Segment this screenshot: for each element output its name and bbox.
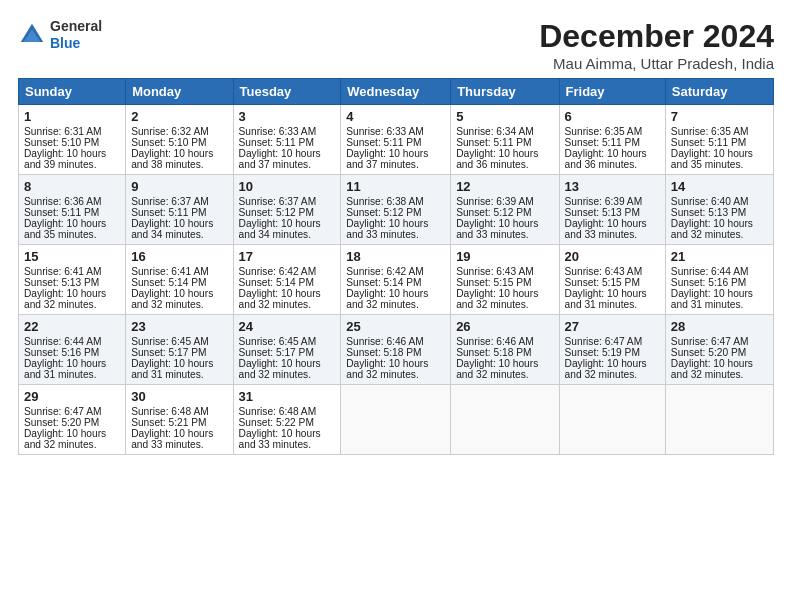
- table-row: 3Sunrise: 6:33 AMSunset: 5:11 PMDaylight…: [233, 105, 341, 175]
- table-row: 22Sunrise: 6:44 AMSunset: 5:16 PMDayligh…: [19, 315, 126, 385]
- sunset-label: Sunset: 5:10 PM: [24, 137, 99, 148]
- sunrise-label: Sunrise: 6:42 AM: [346, 266, 424, 277]
- sunrise-label: Sunrise: 6:43 AM: [456, 266, 534, 277]
- day-number: 3: [239, 109, 336, 124]
- daylight-minutes: and 34 minutes.: [239, 229, 312, 240]
- daylight-minutes: and 33 minutes.: [565, 229, 638, 240]
- day-number: 23: [131, 319, 227, 334]
- daylight-minutes: and 31 minutes.: [565, 299, 638, 310]
- calendar: Sunday Monday Tuesday Wednesday Thursday…: [18, 78, 774, 455]
- col-saturday: Saturday: [665, 79, 773, 105]
- daylight-label: Daylight: 10 hours: [671, 358, 753, 369]
- table-row: 5Sunrise: 6:34 AMSunset: 5:11 PMDaylight…: [451, 105, 559, 175]
- col-monday: Monday: [126, 79, 233, 105]
- sunset-label: Sunset: 5:12 PM: [239, 207, 314, 218]
- sunset-label: Sunset: 5:22 PM: [239, 417, 314, 428]
- daylight-label: Daylight: 10 hours: [456, 148, 538, 159]
- sunset-label: Sunset: 5:14 PM: [239, 277, 314, 288]
- calendar-week-row: 15Sunrise: 6:41 AMSunset: 5:13 PMDayligh…: [19, 245, 774, 315]
- day-number: 20: [565, 249, 660, 264]
- sunrise-label: Sunrise: 6:45 AM: [131, 336, 209, 347]
- sunset-label: Sunset: 5:14 PM: [131, 277, 206, 288]
- sunset-label: Sunset: 5:18 PM: [346, 347, 421, 358]
- sunrise-label: Sunrise: 6:41 AM: [24, 266, 102, 277]
- table-row: 13Sunrise: 6:39 AMSunset: 5:13 PMDayligh…: [559, 175, 665, 245]
- col-tuesday: Tuesday: [233, 79, 341, 105]
- sunrise-label: Sunrise: 6:37 AM: [131, 196, 209, 207]
- daylight-minutes: and 35 minutes.: [24, 229, 97, 240]
- sunrise-label: Sunrise: 6:34 AM: [456, 126, 534, 137]
- sunrise-label: Sunrise: 6:39 AM: [565, 196, 643, 207]
- table-row: 19Sunrise: 6:43 AMSunset: 5:15 PMDayligh…: [451, 245, 559, 315]
- sunrise-label: Sunrise: 6:44 AM: [671, 266, 749, 277]
- daylight-label: Daylight: 10 hours: [565, 218, 647, 229]
- col-wednesday: Wednesday: [341, 79, 451, 105]
- daylight-minutes: and 32 minutes.: [346, 299, 419, 310]
- table-row: 2Sunrise: 6:32 AMSunset: 5:10 PMDaylight…: [126, 105, 233, 175]
- daylight-label: Daylight: 10 hours: [239, 288, 321, 299]
- day-number: 28: [671, 319, 768, 334]
- sunrise-label: Sunrise: 6:33 AM: [346, 126, 424, 137]
- col-thursday: Thursday: [451, 79, 559, 105]
- daylight-minutes: and 31 minutes.: [671, 299, 744, 310]
- daylight-minutes: and 32 minutes.: [346, 369, 419, 380]
- sunrise-label: Sunrise: 6:31 AM: [24, 126, 102, 137]
- day-number: 11: [346, 179, 445, 194]
- sunrise-label: Sunrise: 6:37 AM: [239, 196, 317, 207]
- daylight-label: Daylight: 10 hours: [131, 218, 213, 229]
- daylight-minutes: and 33 minutes.: [456, 229, 529, 240]
- day-number: 18: [346, 249, 445, 264]
- daylight-minutes: and 37 minutes.: [239, 159, 312, 170]
- sunset-label: Sunset: 5:14 PM: [346, 277, 421, 288]
- table-row: 29Sunrise: 6:47 AMSunset: 5:20 PMDayligh…: [19, 385, 126, 455]
- col-friday: Friday: [559, 79, 665, 105]
- daylight-minutes: and 36 minutes.: [456, 159, 529, 170]
- sunset-label: Sunset: 5:21 PM: [131, 417, 206, 428]
- table-row: 25Sunrise: 6:46 AMSunset: 5:18 PMDayligh…: [341, 315, 451, 385]
- table-row: 9Sunrise: 6:37 AMSunset: 5:11 PMDaylight…: [126, 175, 233, 245]
- table-row: 17Sunrise: 6:42 AMSunset: 5:14 PMDayligh…: [233, 245, 341, 315]
- table-row: [451, 385, 559, 455]
- day-number: 6: [565, 109, 660, 124]
- table-row: [665, 385, 773, 455]
- table-row: 6Sunrise: 6:35 AMSunset: 5:11 PMDaylight…: [559, 105, 665, 175]
- sunrise-label: Sunrise: 6:39 AM: [456, 196, 534, 207]
- daylight-label: Daylight: 10 hours: [131, 288, 213, 299]
- table-row: 23Sunrise: 6:45 AMSunset: 5:17 PMDayligh…: [126, 315, 233, 385]
- calendar-week-row: 29Sunrise: 6:47 AMSunset: 5:20 PMDayligh…: [19, 385, 774, 455]
- title-block: December 2024 Mau Aimma, Uttar Pradesh, …: [539, 18, 774, 72]
- table-row: 31Sunrise: 6:48 AMSunset: 5:22 PMDayligh…: [233, 385, 341, 455]
- daylight-minutes: and 32 minutes.: [24, 299, 97, 310]
- daylight-label: Daylight: 10 hours: [346, 218, 428, 229]
- daylight-label: Daylight: 10 hours: [131, 358, 213, 369]
- table-row: 24Sunrise: 6:45 AMSunset: 5:17 PMDayligh…: [233, 315, 341, 385]
- daylight-minutes: and 32 minutes.: [131, 299, 204, 310]
- sunrise-label: Sunrise: 6:44 AM: [24, 336, 102, 347]
- daylight-minutes: and 35 minutes.: [671, 159, 744, 170]
- daylight-label: Daylight: 10 hours: [239, 148, 321, 159]
- day-number: 4: [346, 109, 445, 124]
- sunset-label: Sunset: 5:15 PM: [456, 277, 531, 288]
- table-row: 12Sunrise: 6:39 AMSunset: 5:12 PMDayligh…: [451, 175, 559, 245]
- table-row: 8Sunrise: 6:36 AMSunset: 5:11 PMDaylight…: [19, 175, 126, 245]
- subtitle: Mau Aimma, Uttar Pradesh, India: [539, 55, 774, 72]
- daylight-label: Daylight: 10 hours: [456, 218, 538, 229]
- sunset-label: Sunset: 5:15 PM: [565, 277, 640, 288]
- day-number: 9: [131, 179, 227, 194]
- daylight-minutes: and 32 minutes.: [671, 369, 744, 380]
- table-row: 10Sunrise: 6:37 AMSunset: 5:12 PMDayligh…: [233, 175, 341, 245]
- calendar-week-row: 8Sunrise: 6:36 AMSunset: 5:11 PMDaylight…: [19, 175, 774, 245]
- calendar-week-row: 1Sunrise: 6:31 AMSunset: 5:10 PMDaylight…: [19, 105, 774, 175]
- logo-text: General Blue: [50, 18, 102, 52]
- sunrise-label: Sunrise: 6:40 AM: [671, 196, 749, 207]
- daylight-minutes: and 32 minutes.: [24, 439, 97, 450]
- sunset-label: Sunset: 5:13 PM: [24, 277, 99, 288]
- day-number: 14: [671, 179, 768, 194]
- sunrise-label: Sunrise: 6:43 AM: [565, 266, 643, 277]
- col-sunday: Sunday: [19, 79, 126, 105]
- daylight-label: Daylight: 10 hours: [565, 148, 647, 159]
- daylight-label: Daylight: 10 hours: [456, 358, 538, 369]
- daylight-minutes: and 32 minutes.: [239, 299, 312, 310]
- daylight-label: Daylight: 10 hours: [131, 148, 213, 159]
- sunset-label: Sunset: 5:11 PM: [239, 137, 314, 148]
